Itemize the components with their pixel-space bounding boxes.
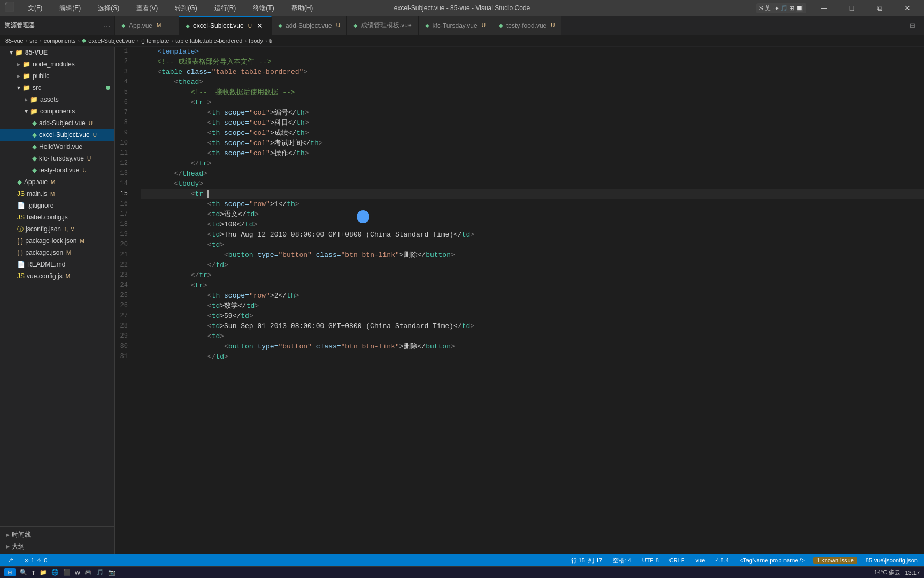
taskbar-right: 14°C 多云 13:17: [874, 568, 920, 576]
menu-item-select[interactable]: 选择(S): [94, 2, 124, 15]
menu-item-view[interactable]: 查看(V): [132, 2, 162, 15]
extension-version[interactable]: 4.8.4: [713, 557, 730, 564]
taskbar-icon-photo[interactable]: 📷: [108, 569, 116, 576]
split-editor-icon[interactable]: ⊟: [905, 18, 920, 33]
babel-label: babel.config.js: [27, 214, 68, 221]
cursor-position[interactable]: 行 15, 列 17: [569, 557, 605, 565]
sidebar-item-app-vue[interactable]: ◆ App.vue M: [0, 176, 114, 188]
sidebar-item-assets[interactable]: ▸ 📁 assets: [0, 94, 114, 105]
breadcrumb-part-1[interactable]: src: [29, 37, 37, 44]
tab-excel-subject[interactable]: ◆ excel-Subject.vue U ✕: [179, 16, 272, 35]
start-button[interactable]: ⊞: [4, 568, 16, 576]
taskbar: ⊞ 🔍 T 📁 🌐 ⬛ W 🎮 🎵 📷 14°C 多云 13:17: [0, 566, 924, 578]
sidebar-item-package-lock[interactable]: { } package-lock.json M: [0, 235, 114, 247]
breadcrumb-part-6[interactable]: tbody: [249, 37, 263, 44]
tab-app-vue[interactable]: ◆ App.vue M: [115, 16, 179, 35]
line-number-8: 8: [115, 118, 132, 128]
menu-item-terminal[interactable]: 终端(T): [249, 2, 278, 15]
tab-testy[interactable]: ◆ testy-food.vue U: [492, 16, 562, 35]
sidebar-item-jsconfig[interactable]: ⓘ jsconfig.json 1, M: [0, 223, 114, 235]
code-line-26: <td>数学</td>: [141, 301, 924, 311]
line-number-18: 18: [115, 219, 132, 230]
spaces-text: 空格: 4: [613, 557, 631, 565]
known-issues[interactable]: 1 known issue: [813, 557, 857, 564]
sidebar-item-components[interactable]: ▾ 📁 components: [0, 105, 114, 117]
sidebar-item-src[interactable]: ▾ 📁 src: [0, 82, 114, 94]
sidebar-item-gitignore[interactable]: 📄 .gitignore: [0, 200, 114, 211]
tab-kfc[interactable]: ◆ kfc-Tursday.vue U: [419, 16, 492, 35]
taskbar-icon-music[interactable]: 🎵: [96, 569, 104, 576]
line-ending[interactable]: CRLF: [667, 557, 687, 564]
maximize-button[interactable]: □: [840, 0, 864, 16]
language-mode[interactable]: vue: [694, 557, 707, 564]
code-line-6: <tr >: [141, 97, 924, 108]
menu-item-help[interactable]: 帮助(H): [287, 2, 318, 15]
taskbar-icon-t[interactable]: T: [32, 569, 35, 576]
sidebar-item-node-modules[interactable]: ▸ 📁 node_modules: [0, 58, 114, 70]
code-editor[interactable]: 1234567891011121314151617181920212223242…: [115, 47, 924, 554]
menu-item-file[interactable]: 文(F): [24, 2, 47, 15]
sidebar-item-helloworld[interactable]: ◆ HelloWorld.vue: [0, 141, 114, 153]
sidebar-item-public[interactable]: ▸ 📁 public: [0, 70, 114, 82]
line-number-24: 24: [115, 280, 132, 291]
line-numbers: 1234567891011121314151617181920212223242…: [115, 47, 136, 554]
taskbar-icon-folder[interactable]: 📁: [40, 569, 47, 576]
menu-item-edit[interactable]: 编辑(E): [55, 2, 85, 15]
tab-label-chengji: 成绩管理模板.vue: [361, 21, 412, 30]
breadcrumb-part-0[interactable]: 85-vue: [5, 37, 24, 44]
breadcrumb-part-3[interactable]: excel-Subject.vue: [88, 37, 135, 44]
sidebar-item-add-subject[interactable]: ◆ add-Subject.vue U: [0, 117, 114, 129]
sidebar-item-kfc[interactable]: ◆ kfc-Tursday.vue U: [0, 153, 114, 164]
sidebar-item-readme[interactable]: 📄 README.md: [0, 258, 114, 270]
restore-button[interactable]: ⧉: [867, 0, 892, 16]
taskbar-icon-search[interactable]: 🔍: [20, 569, 27, 576]
chevron-right-icon-outline: ▸: [6, 543, 10, 550]
encoding[interactable]: UTF-8: [640, 557, 661, 564]
tag-name-hint[interactable]: <TagName prop-name />: [737, 557, 807, 564]
breadcrumb-part-5[interactable]: table.table.table-bordered: [175, 37, 242, 44]
sidebar-item-85vue[interactable]: ▾ 📁 85-VUE: [0, 47, 114, 58]
tab-close-excel[interactable]: ✕: [255, 21, 265, 31]
code-content[interactable]: <template> <!-- 成绩表格部分导入本文件 --> <table c…: [136, 47, 924, 554]
js-file-icon-vueconfig: JS: [17, 272, 25, 280]
sidebar-item-package[interactable]: { } package.json M: [0, 247, 114, 258]
indentation[interactable]: 空格: 4: [611, 557, 633, 565]
menu-item-goto[interactable]: 转到(G): [171, 2, 201, 15]
sidebar-item-vue-config[interactable]: JS vue.config.js M: [0, 270, 114, 282]
timeline-item[interactable]: ▸ 时间线: [4, 529, 110, 541]
outline-item[interactable]: ▸ 大纲: [4, 541, 110, 552]
sidebar-item-excel-subject[interactable]: ◆ excel-Subject.vue U: [0, 129, 114, 141]
menu-item-run[interactable]: 运行(R): [210, 2, 241, 15]
sidebar-item-testy-food[interactable]: ◆ testy-food.vue U: [0, 164, 114, 176]
vue-icon-add: ◆: [278, 22, 282, 28]
errors-warnings[interactable]: ⊗ 1 ⚠ 0: [22, 557, 49, 564]
breadcrumb-part-2[interactable]: components: [44, 37, 76, 44]
jsconfig-label: jsconfig.json: [26, 225, 61, 233]
sidebar-item-babel[interactable]: JS babel.config.js: [0, 211, 114, 223]
taskbar-icon-game[interactable]: 🎮: [84, 569, 92, 576]
line-number-5: 5: [115, 87, 132, 97]
chevron-down-icon-comp: ▾: [25, 108, 28, 115]
badge-package-lock: M: [80, 238, 84, 244]
readme-label: README.md: [27, 261, 65, 268]
sidebar-header-more[interactable]: ···: [104, 21, 110, 30]
jsconfig-path[interactable]: 85-vue\jsconfig.json: [864, 557, 920, 564]
git-branch[interactable]: ⎇: [4, 557, 16, 564]
tab-badge-kfc: U: [482, 22, 486, 28]
status-right: 行 15, 列 17 空格: 4 UTF-8 CRLF vue 4.8.4 <T…: [569, 557, 920, 565]
line-number-23: 23: [115, 270, 132, 280]
sidebar-item-main-js[interactable]: JS main.js M: [0, 188, 114, 200]
taskbar-icon-w[interactable]: W: [75, 569, 80, 576]
kfc-label: kfc-Tursday.vue: [39, 155, 84, 162]
line-number-20: 20: [115, 240, 132, 250]
vue-file-icon-hello: ◆: [32, 143, 37, 150]
tab-add-subject[interactable]: ◆ add-Subject.vue U: [272, 16, 347, 35]
breadcrumb-part-4[interactable]: {} template: [141, 37, 170, 44]
code-line-2: <!-- 成绩表格部分导入本文件 -->: [141, 57, 924, 67]
taskbar-icon-vs[interactable]: ⬛: [63, 569, 71, 576]
taskbar-icon-browser[interactable]: 🌐: [51, 569, 59, 576]
tab-chengji[interactable]: ◆ 成绩管理模板.vue: [347, 16, 419, 35]
minimize-button[interactable]: ─: [812, 0, 836, 16]
breadcrumb-part-7[interactable]: tr: [270, 37, 273, 44]
close-button[interactable]: ✕: [895, 0, 920, 16]
